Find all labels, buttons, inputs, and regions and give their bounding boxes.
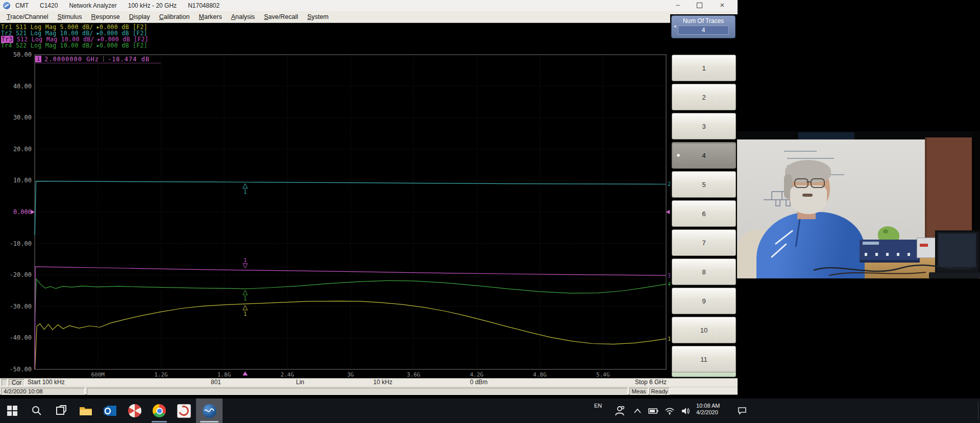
x-axis-tick-label: 3G (347, 371, 354, 378)
menu-item-calibration[interactable]: Calibration (155, 12, 194, 21)
menu-item-system[interactable]: System (303, 12, 333, 21)
glasses-left-lens (794, 178, 808, 188)
softkey-button-9[interactable]: 9 (672, 288, 736, 314)
people-button[interactable] (610, 398, 629, 423)
swirl-app-icon (177, 404, 191, 418)
softkey-button-5[interactable]: 5 (672, 171, 736, 198)
search-button[interactable] (24, 398, 49, 423)
x-axis-tick-label: 600M (91, 371, 105, 378)
x-axis-tick-label: 4.2G (470, 371, 484, 378)
instrument-display (920, 244, 928, 247)
menu-item-markers[interactable]: Markers (194, 12, 227, 21)
softkey-header[interactable]: ◄ Num Of Traces 4 (671, 15, 736, 38)
ready-indicator: Ready (649, 388, 670, 395)
y-axis-tick-label: -10.00 (10, 240, 32, 247)
minimize-button[interactable]: – (670, 0, 685, 11)
menu-item-analysis[interactable]: Analysis (227, 12, 260, 21)
maximize-icon (697, 3, 702, 8)
glasses-bridge (806, 181, 811, 182)
marker-triangle (243, 290, 248, 295)
softkey-button-10[interactable]: 10 (672, 317, 736, 343)
glasses-right-lens (811, 178, 825, 188)
whiteboard-writing (784, 151, 817, 152)
status-led (2, 379, 7, 386)
screen: CMTC1420Network Analyzer100 kHz - 20 GHz… (0, 0, 980, 423)
chrome-button[interactable] (147, 398, 172, 423)
analyzer-app-button[interactable] (196, 398, 223, 423)
language-indicator[interactable]: EN (594, 403, 602, 409)
status-bar: Cor Start 100 kHz 801 Lin 10 kHz 0 dBm S… (0, 378, 738, 387)
marker-triangle (243, 264, 248, 268)
chrome-icon (153, 404, 166, 417)
softkey-label: 8 (702, 268, 705, 276)
wifi-icon (665, 407, 675, 415)
pinwheel-app-button[interactable] (122, 398, 147, 423)
chrome-running-indicator (152, 421, 167, 422)
clock[interactable]: 10:08 AM 4/2/2020 (696, 403, 730, 416)
taskbar: EN (0, 398, 980, 423)
start-frequency: Start 100 kHz (28, 379, 84, 386)
bench-cables (808, 257, 980, 278)
softkey-button-3[interactable]: 3 (672, 113, 736, 139)
softkey-label: 9 (702, 297, 705, 305)
softkey-button-6[interactable]: 6 (672, 200, 736, 227)
menu-item-response[interactable]: Response (86, 12, 124, 21)
app-logo-icon (3, 2, 10, 9)
y-axis-tick-label: 10.00 (13, 177, 32, 184)
search-icon (31, 405, 43, 417)
marker-number: 1 (243, 257, 247, 263)
softkey-button-1[interactable]: 1 (672, 55, 736, 81)
marker-number: 1 (243, 296, 247, 301)
x-axis-tick-label: 5.4G (596, 371, 610, 378)
file-explorer-button[interactable] (74, 398, 98, 423)
close-button[interactable]: × (713, 0, 731, 11)
tray-time: 10:08 AM (696, 403, 730, 409)
softkey-button-2[interactable]: 2 (672, 84, 736, 110)
battery-button[interactable] (645, 398, 662, 423)
maximize-button[interactable] (692, 0, 707, 11)
menu-bar: Trace/ChannelStimulusResponseDisplayCali… (0, 11, 738, 23)
x-axis-tick-label: 4.8G (533, 371, 547, 378)
y-axis-tick-label: -30.00 (10, 303, 32, 310)
menu-item-save-recall[interactable]: Save/Recall (259, 12, 303, 21)
y-axis-tick-label: 40.00 (13, 83, 32, 90)
y-axis-tick-label: 0.000 (13, 208, 32, 216)
marker-triangle (243, 306, 248, 310)
graph-canvas[interactable]: 600M1.2G1.8G2.4G3G3.6G4.2G4.8G5.4G50.004… (0, 23, 670, 378)
swirl-app-button[interactable] (172, 398, 196, 423)
reference-arrow-right (666, 210, 670, 214)
title-segment: 100 kHz - 20 GHz (128, 2, 177, 9)
task-view-button[interactable] (49, 398, 74, 423)
selected-dot (677, 154, 680, 157)
menu-item-display[interactable]: Display (125, 12, 155, 21)
person-mouth (802, 194, 813, 197)
tray-expand-button[interactable] (630, 398, 645, 423)
outlook-button[interactable] (98, 398, 122, 423)
softkey-button-8[interactable]: 8 (672, 258, 736, 285)
start-button[interactable] (0, 398, 24, 423)
volume-button[interactable] (678, 398, 694, 423)
title-bar: CMTC1420Network Analyzer100 kHz - 20 GHz… (0, 0, 738, 12)
softkey-button-11[interactable]: 11 (672, 346, 736, 372)
softkey-button-7[interactable]: 7 (672, 229, 736, 256)
menu-item-trace-channel[interactable]: Trace/Channel (2, 12, 53, 21)
title-segment: C1420 (40, 2, 58, 9)
action-center-button[interactable] (733, 398, 751, 423)
x-axis-tick-label: 2.4G (281, 371, 295, 378)
message-field (87, 388, 628, 395)
webcam-video (737, 131, 980, 278)
output-power: 0 dBm (461, 379, 497, 386)
plush-toy-spot (883, 229, 888, 233)
active-app-indicator (200, 421, 218, 422)
y-axis-tick-label: 20.00 (13, 146, 32, 153)
battery-icon (648, 408, 658, 414)
show-desktop-divider[interactable] (978, 402, 978, 420)
outlook-icon (104, 405, 117, 417)
softkey-button-4[interactable]: 4 (672, 142, 736, 169)
folder-icon (79, 405, 92, 416)
y-axis-tick-label: -40.00 (10, 334, 32, 341)
title-segment: N17048802 (188, 2, 219, 9)
menu-item-stimulus[interactable]: Stimulus (53, 12, 87, 21)
wifi-button[interactable] (662, 398, 678, 423)
windows-logo-icon (7, 405, 18, 416)
